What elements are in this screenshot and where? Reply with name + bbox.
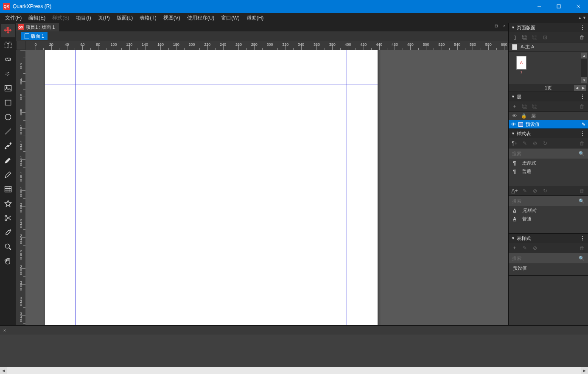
picture-box-tool[interactable]	[1, 81, 15, 95]
rectangle-tool[interactable]	[1, 96, 15, 109]
minimize-button[interactable]	[529, 0, 549, 13]
move-to-layer-icon[interactable]: ⿻	[532, 103, 538, 110]
oval-tool[interactable]	[1, 110, 15, 124]
measurements-palette[interactable]	[0, 335, 588, 367]
update-style-icon[interactable]: ↻	[542, 140, 549, 147]
new-layer-icon[interactable]: ＋	[511, 103, 518, 110]
pen-tool[interactable]	[1, 154, 15, 167]
layer-edit-icon[interactable]: ✎	[582, 122, 585, 127]
search-input[interactable]	[512, 151, 576, 156]
menu-item[interactable]: 帮助(H)	[243, 13, 267, 23]
document-tab[interactable]: QX 项目1 : 版面 1	[16, 23, 59, 31]
move-tool[interactable]	[1, 24, 15, 37]
dock-close-icon[interactable]: ×	[501, 23, 508, 29]
panel-header-page-layout[interactable]: ▼ 页面版面	[509, 23, 588, 32]
para-style-row[interactable]: ¶普通	[509, 167, 588, 176]
menu-item[interactable]: 视图(V)	[160, 13, 184, 23]
duplicate-page-icon[interactable]: ⿻	[532, 34, 538, 41]
ruler-horizontal[interactable]: 0204060801001201401601802002202402602803…	[25, 41, 508, 50]
break-link-icon[interactable]: ⊘	[532, 245, 538, 251]
delete-style-icon[interactable]: 🗑	[579, 140, 585, 147]
menu-item[interactable]: 窗口(W)	[218, 13, 243, 23]
eyedropper-tool[interactable]	[1, 226, 15, 239]
panel-menu-icon[interactable]	[580, 236, 585, 240]
arrow-down-icon[interactable]: ▼	[582, 16, 586, 20]
new-table-style-icon[interactable]: ＋	[511, 245, 518, 251]
unlink-tool[interactable]	[1, 67, 15, 81]
page-thumbnail[interactable]: A 1	[516, 56, 526, 70]
merge-layer-icon[interactable]: ⿻	[521, 103, 528, 110]
scroll-track[interactable]	[7, 367, 581, 374]
canvas[interactable]	[25, 50, 508, 325]
break-link-icon[interactable]: ⊘	[532, 187, 538, 194]
search-icon[interactable]: 🔍	[579, 198, 585, 204]
star-tool[interactable]	[1, 197, 15, 210]
panel-header-table-styles[interactable]: ▼ 表样式	[509, 234, 588, 243]
table-tool[interactable]	[1, 182, 15, 196]
ruler-vertical[interactable]: 2040608010012014016018020022024026028030…	[16, 50, 25, 325]
layer-visible-icon[interactable]: 👁	[511, 122, 516, 127]
menu-item[interactable]: 编辑(E)	[25, 13, 49, 23]
table-style-row[interactable]: 预设值	[509, 263, 588, 273]
menu-item[interactable]: 项目(I)	[73, 13, 94, 23]
zoom-tool[interactable]	[1, 240, 15, 254]
link-tool[interactable]	[1, 53, 15, 66]
scroll-up-icon[interactable]: ▲	[581, 53, 587, 59]
layout-tab[interactable]: 版面 1	[21, 32, 48, 40]
maximize-button[interactable]	[549, 0, 568, 13]
horizontal-scrollbar[interactable]: ◀ ▶	[0, 367, 588, 374]
scroll-down-icon[interactable]: ▼	[581, 77, 587, 83]
edit-style-icon[interactable]: ✎	[521, 245, 528, 251]
pan-tool[interactable]	[1, 254, 15, 268]
panel-menu-icon[interactable]	[580, 25, 585, 30]
char-style-row[interactable]: A普通	[509, 215, 588, 223]
menu-item[interactable]: 文件(F)	[2, 13, 25, 23]
new-char-style-icon[interactable]: A+	[511, 187, 518, 194]
master-page-row[interactable]: A-主 A	[509, 42, 588, 52]
pencil-tool[interactable]	[1, 168, 15, 181]
edit-style-icon[interactable]: ✎	[521, 187, 528, 194]
delete-page-icon[interactable]: 🗑	[579, 34, 585, 41]
text-box-tool[interactable]: T	[1, 38, 15, 52]
next-page-icon[interactable]: ▶	[580, 85, 586, 91]
bezier-tool[interactable]	[1, 139, 15, 153]
panel-menu-icon[interactable]	[580, 131, 585, 136]
search-input[interactable]	[512, 198, 576, 204]
scroll-left-icon[interactable]: ◀	[0, 367, 7, 374]
line-tool[interactable]	[1, 125, 15, 138]
new-para-style-icon[interactable]: ¶+	[511, 140, 518, 147]
para-style-row[interactable]: ¶无样式	[509, 159, 588, 167]
scroll-right-icon[interactable]: ▶	[581, 367, 588, 374]
delete-style-icon[interactable]: 🗑	[579, 187, 585, 194]
layer-row[interactable]: 👁 预设值 ✎	[509, 120, 588, 128]
single-page-icon[interactable]: ▯	[511, 34, 518, 41]
break-link-icon[interactable]: ⊘	[532, 140, 538, 147]
panel-menu-icon[interactable]	[580, 95, 585, 99]
close-panel-icon[interactable]: ×	[1, 327, 8, 334]
facing-pages-icon[interactable]: ⿻	[521, 34, 528, 41]
panel-header-layers[interactable]: ▼ 层	[509, 92, 588, 101]
section-icon[interactable]: ⊡	[542, 34, 549, 41]
search-icon[interactable]: 🔍	[579, 151, 585, 156]
arrow-up-icon[interactable]: ▲	[578, 16, 582, 20]
menu-item[interactable]: 表格(T)	[136, 13, 160, 23]
menu-item[interactable]: 页(P)	[95, 13, 113, 23]
page[interactable]	[45, 50, 378, 325]
close-button[interactable]	[568, 0, 588, 13]
search-icon[interactable]: 🔍	[579, 256, 585, 261]
dock-collapse-icon[interactable]: ⊟	[493, 23, 500, 29]
menu-item[interactable]: 版面(L)	[113, 13, 137, 23]
scissors-tool[interactable]	[1, 211, 15, 225]
update-style-icon[interactable]: ↻	[542, 187, 549, 194]
menu-item[interactable]: 使用程序(U)	[184, 13, 218, 23]
delete-layer-icon[interactable]: 🗑	[579, 103, 585, 110]
edit-style-icon[interactable]: ✎	[521, 140, 528, 147]
prev-page-icon[interactable]: ◀	[574, 85, 580, 91]
char-style-row[interactable]: A无样式	[509, 206, 588, 215]
search-input[interactable]	[512, 256, 576, 261]
page-count-label: 1页	[545, 85, 552, 91]
pages-scrollbar[interactable]: ▲ ▼	[581, 53, 587, 83]
ruler-corner[interactable]	[16, 41, 25, 50]
delete-style-icon[interactable]: 🗑	[579, 245, 585, 251]
panel-header-stylesheets[interactable]: ▼ 样式表	[509, 129, 588, 138]
